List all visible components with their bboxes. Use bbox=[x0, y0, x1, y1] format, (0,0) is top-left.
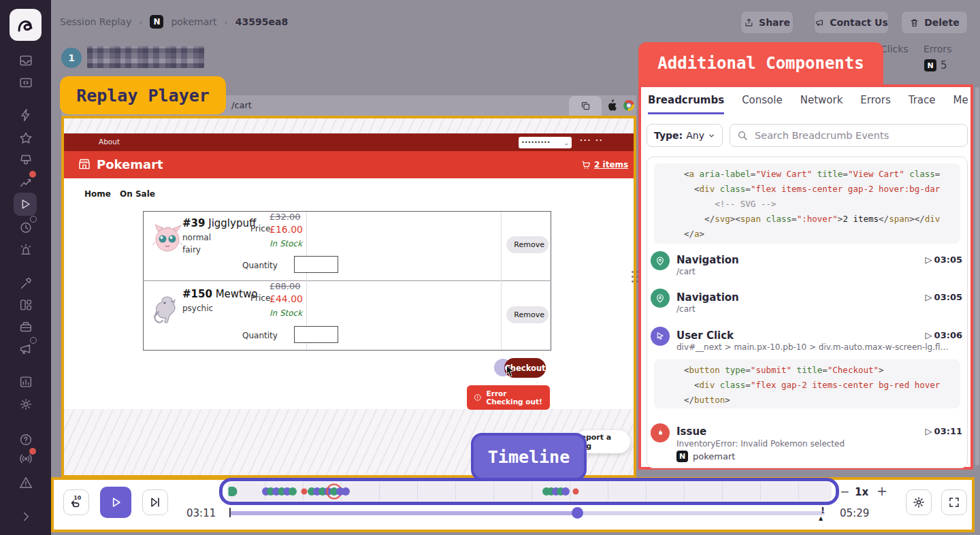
chrome-browser-icon bbox=[623, 100, 634, 111]
toolbar-icon[interactable] bbox=[18, 275, 33, 291]
annotation-replay-player: Replay Player bbox=[60, 76, 226, 114]
timeline-track[interactable] bbox=[227, 482, 832, 501]
tab-console[interactable]: Console bbox=[742, 94, 783, 114]
site-header: Pokemart 2 items bbox=[64, 151, 634, 178]
type-filter-dropdown[interactable]: Type: Any bbox=[647, 124, 723, 147]
jigglypuff-image bbox=[150, 219, 185, 255]
price-label: Price bbox=[250, 224, 270, 233]
contact-us-button[interactable]: Contact Us bbox=[814, 11, 889, 34]
site-nav-home[interactable]: Home bbox=[84, 189, 111, 199]
site-cart-link[interactable]: 2 items bbox=[594, 160, 628, 169]
event-timestamp[interactable]: ▷03:11 bbox=[905, 426, 962, 436]
code-folder-icon[interactable] bbox=[18, 74, 33, 90]
errors-stat-label: Errors bbox=[924, 44, 951, 54]
event-timestamp[interactable]: ▷03:05 bbox=[905, 255, 962, 265]
inbox-icon[interactable] bbox=[18, 52, 33, 68]
site-about-link[interactable]: About bbox=[99, 137, 120, 146]
event-title[interactable]: Navigation bbox=[676, 254, 739, 266]
event-title[interactable]: Issue bbox=[676, 425, 706, 438]
timeline-event-dot[interactable] bbox=[229, 487, 238, 496]
site-brand[interactable]: Pokemart bbox=[97, 157, 163, 172]
trash-icon bbox=[510, 311, 511, 319]
fullscreen-icon bbox=[948, 496, 960, 508]
panel-resize-handle[interactable] bbox=[632, 271, 640, 289]
breadcrumb-search[interactable] bbox=[730, 124, 968, 147]
event-title[interactable]: Navigation bbox=[676, 291, 739, 304]
breadcrumb-session-id[interactable]: 43595ea8 bbox=[235, 16, 288, 27]
breadcrumb-project[interactable]: pokemart bbox=[171, 16, 216, 27]
alerts-icon[interactable] bbox=[18, 241, 33, 257]
help-icon[interactable] bbox=[18, 432, 33, 447]
star-icon[interactable] bbox=[18, 130, 33, 146]
tab-errors[interactable]: Errors bbox=[860, 94, 890, 114]
price-label: Price bbox=[250, 293, 270, 303]
history-icon[interactable] bbox=[18, 219, 33, 235]
old-price: £32.00 bbox=[270, 212, 301, 222]
page-scrollbar[interactable] bbox=[975, 87, 979, 466]
fullscreen-button[interactable] bbox=[941, 489, 967, 515]
quantity-label: Quantity bbox=[242, 331, 278, 340]
current-time: 03:11 bbox=[186, 507, 216, 519]
settings-gear-icon[interactable] bbox=[18, 396, 33, 412]
reports-icon[interactable] bbox=[18, 374, 33, 389]
breadcrumb-search-input[interactable] bbox=[753, 129, 953, 142]
broadcast-icon[interactable] bbox=[18, 451, 33, 466]
chevron-down-icon: ⌄ bbox=[564, 140, 569, 146]
breadcrumb-session-replay[interactable]: Session Replay bbox=[60, 16, 131, 27]
activity-icon[interactable] bbox=[18, 107, 33, 123]
announcements-icon[interactable] bbox=[18, 340, 33, 356]
timeline-event-dot[interactable] bbox=[342, 487, 350, 496]
quantity-input[interactable] bbox=[294, 256, 338, 273]
site-nav-on-sale[interactable]: On Sale bbox=[120, 189, 155, 199]
tab-breadcrumbs[interactable]: Breadcrumbs bbox=[648, 94, 724, 114]
dashboards-icon[interactable] bbox=[18, 297, 33, 312]
rewind-10-button[interactable]: 10 bbox=[63, 489, 89, 515]
remove-item-button[interactable]: Remove bbox=[506, 306, 549, 323]
data-warehouse-icon[interactable] bbox=[18, 319, 33, 334]
breadcrumb-separator: › bbox=[225, 17, 228, 27]
timeline-event-dot[interactable] bbox=[573, 489, 579, 495]
app-logo[interactable] bbox=[10, 9, 42, 41]
gear-icon bbox=[912, 496, 926, 509]
trends-icon[interactable] bbox=[18, 174, 33, 189]
player-settings-button[interactable] bbox=[906, 489, 932, 515]
timeline-event-dot[interactable] bbox=[301, 489, 308, 495]
stock-status: In Stock bbox=[270, 308, 302, 318]
skip-to-end-button[interactable] bbox=[142, 489, 168, 515]
event-timestamp[interactable]: ▷03:06 bbox=[905, 330, 962, 340]
site-masked-select[interactable]: ••••••••• ⌄ bbox=[519, 137, 572, 148]
share-button[interactable]: Share bbox=[740, 11, 794, 34]
cart-icon bbox=[581, 159, 591, 170]
timeline-event-dot[interactable] bbox=[289, 487, 297, 496]
session-number-badge: 1 bbox=[61, 48, 82, 68]
tab-trace[interactable]: Trace bbox=[909, 94, 936, 114]
share-icon bbox=[744, 18, 754, 28]
play-from-here-icon: ▷ bbox=[926, 255, 932, 265]
collapse-chevron-icon[interactable] bbox=[18, 508, 33, 524]
errors-stat-value: N 5 bbox=[924, 59, 947, 71]
speed-increase-button[interactable]: + bbox=[877, 483, 887, 498]
session-replay-icon[interactable] bbox=[14, 193, 37, 216]
annotation-additional-components: Additional Components bbox=[638, 42, 883, 84]
copy-url-tab[interactable] bbox=[569, 96, 602, 116]
funnel-icon[interactable] bbox=[18, 152, 33, 167]
event-timestamp[interactable]: ▷03:05 bbox=[905, 292, 962, 302]
trash-icon bbox=[510, 241, 511, 249]
speed-decrease-button[interactable]: − bbox=[840, 485, 849, 498]
warning-icon[interactable] bbox=[18, 474, 33, 490]
tab-memory[interactable]: Memory bbox=[953, 94, 968, 114]
play-button[interactable] bbox=[100, 487, 131, 518]
playback-speed[interactable]: 1x bbox=[855, 486, 868, 498]
mewtwo-image bbox=[150, 291, 185, 327]
chevron-down-icon bbox=[708, 132, 715, 140]
remove-item-button[interactable]: Remove bbox=[506, 236, 549, 253]
event-detail: /cart bbox=[676, 304, 696, 314]
event-title[interactable]: User Click bbox=[676, 329, 734, 342]
timeline-event-dot[interactable] bbox=[561, 487, 570, 496]
search-icon bbox=[737, 130, 748, 141]
delete-button[interactable]: Delete bbox=[901, 11, 968, 34]
tab-network[interactable]: Network bbox=[800, 94, 843, 114]
quantity-input[interactable] bbox=[294, 326, 338, 343]
navigation-event-icon bbox=[651, 251, 670, 270]
seekbar-handle[interactable] bbox=[572, 507, 583, 519]
